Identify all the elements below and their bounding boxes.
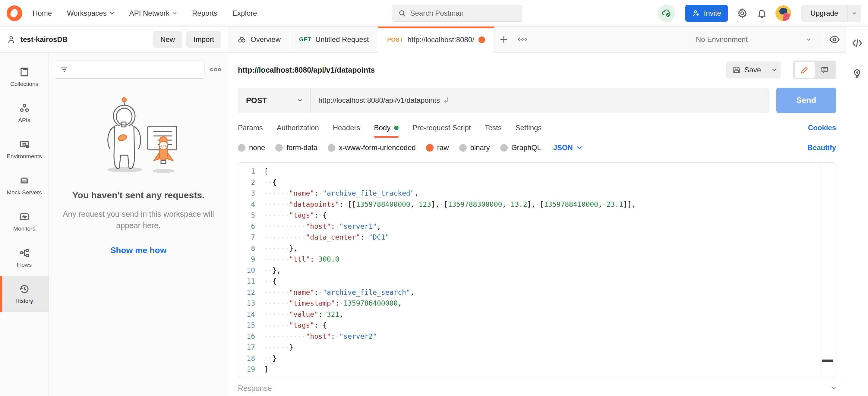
line-number: 5 bbox=[238, 211, 264, 219]
sidebar-item-history[interactable]: History bbox=[0, 276, 49, 312]
sync-status-icon[interactable] bbox=[657, 4, 675, 22]
save-label: Save bbox=[744, 66, 761, 74]
tab-post-request[interactable]: POST http://localhost:8080/ bbox=[378, 27, 494, 53]
method-selector[interactable]: POST bbox=[238, 88, 311, 113]
code-line: 17······} bbox=[238, 342, 836, 353]
save-button[interactable]: Save bbox=[726, 62, 767, 78]
code-line: 16··········"host":·"server2" bbox=[238, 331, 836, 342]
body-mode-raw[interactable]: raw bbox=[426, 143, 449, 152]
response-section-header[interactable]: Response bbox=[228, 380, 846, 396]
request-tab-body[interactable]: Body bbox=[374, 118, 399, 138]
line-number: 20 bbox=[238, 376, 264, 377]
sidebar: test-kairosDB New Import CollectionsAPIs… bbox=[0, 27, 228, 396]
new-tab-button[interactable] bbox=[494, 27, 513, 53]
radio-icon bbox=[426, 144, 434, 152]
show-me-how-link[interactable]: Show me how bbox=[110, 245, 167, 255]
line-number: 18 bbox=[238, 354, 264, 362]
monitors-icon bbox=[19, 211, 30, 222]
upgrade-button[interactable]: Upgrade bbox=[801, 5, 847, 22]
chevron-down-icon[interactable] bbox=[806, 37, 811, 42]
line-number: 15 bbox=[238, 321, 264, 329]
svg-text:</>: </> bbox=[160, 144, 167, 148]
body-mode-label: none bbox=[249, 143, 265, 152]
url-input[interactable]: http://localhost:8080/api/v1/datapoints … bbox=[311, 96, 457, 105]
save-dropdown-button[interactable] bbox=[767, 62, 781, 78]
language-selector[interactable]: JSON bbox=[553, 143, 583, 152]
url-bar: POST http://localhost:8080/api/v1/datapo… bbox=[228, 88, 846, 113]
main-area: Overview GET Untitled Request POST http:… bbox=[228, 27, 868, 396]
editor-scrollbar-thumb[interactable] bbox=[822, 360, 833, 362]
code-icon bbox=[851, 37, 863, 49]
chevron-down-icon[interactable] bbox=[831, 386, 836, 391]
notifications-button[interactable] bbox=[757, 8, 767, 19]
tab-options-button[interactable] bbox=[513, 27, 532, 53]
sidebar-item-mock-servers[interactable]: Mock Servers bbox=[0, 167, 49, 203]
nav-explore-label: Explore bbox=[232, 9, 257, 18]
request-tab-authorization[interactable]: Authorization bbox=[277, 118, 319, 138]
new-button[interactable]: New bbox=[153, 31, 182, 47]
body-mode-graphql[interactable]: GraphQL bbox=[500, 143, 541, 152]
code-content: ······"tags":·{ bbox=[264, 321, 327, 329]
tab-get-request[interactable]: GET Untitled Request bbox=[290, 27, 378, 53]
search-icon bbox=[398, 9, 406, 17]
sidebar-item-apis[interactable]: APIs bbox=[0, 95, 49, 131]
sidebar-item-collections[interactable]: Collections bbox=[0, 59, 49, 95]
body-mode-binary[interactable]: binary bbox=[459, 143, 490, 152]
body-mode-label: GraphQL bbox=[512, 143, 541, 152]
user-avatar[interactable] bbox=[775, 5, 791, 21]
code-editor[interactable]: 1[2··{3······"name":·"archive_file_track… bbox=[238, 162, 836, 377]
plus-icon bbox=[499, 35, 508, 44]
history-filter-input[interactable] bbox=[55, 61, 205, 79]
invite-button[interactable]: Invite bbox=[685, 5, 728, 22]
save-icon bbox=[732, 66, 741, 74]
bootcamp-button[interactable] bbox=[851, 67, 863, 79]
top-nav: Home Workspaces API Network Reports Expl… bbox=[0, 0, 868, 27]
sidebar-item-flows[interactable]: Flows bbox=[0, 240, 49, 276]
code-line: 20 bbox=[238, 375, 836, 377]
code-content: ··{ bbox=[264, 277, 277, 285]
line-number: 7 bbox=[238, 233, 264, 241]
code-line: 11··{ bbox=[238, 276, 836, 287]
upgrade-dropdown-button[interactable] bbox=[847, 5, 861, 22]
workspace-switcher[interactable]: test-kairosDB bbox=[7, 35, 67, 44]
postman-logo[interactable] bbox=[7, 5, 22, 21]
body-mode-label: binary bbox=[470, 143, 490, 152]
comments-button[interactable] bbox=[815, 62, 835, 78]
request-tab-headers[interactable]: Headers bbox=[333, 118, 360, 138]
body-mode-x-www-form-urlencoded[interactable]: x-www-form-urlencoded bbox=[328, 143, 416, 152]
request-tab-settings[interactable]: Settings bbox=[516, 118, 542, 138]
more-options-icon bbox=[517, 37, 528, 42]
tab-overview[interactable]: Overview bbox=[228, 27, 290, 53]
more-options-icon[interactable] bbox=[209, 67, 222, 73]
request-tab-pre-request-script[interactable]: Pre-request Script bbox=[412, 118, 471, 138]
nav-workspaces[interactable]: Workspaces bbox=[67, 9, 114, 18]
search-input[interactable]: Search Postman bbox=[393, 5, 522, 22]
environment-quick-look-button[interactable] bbox=[823, 27, 846, 53]
beautify-link[interactable]: Beautify bbox=[807, 143, 836, 152]
nav-api-network[interactable]: API Network bbox=[129, 9, 177, 18]
sidebar-item-environments[interactable]: Environments bbox=[0, 131, 49, 167]
code-content: ······"value":·321, bbox=[264, 310, 343, 318]
nav-home-label: Home bbox=[33, 9, 52, 18]
cookies-link[interactable]: Cookies bbox=[808, 124, 836, 132]
nav-explore[interactable]: Explore bbox=[232, 9, 257, 18]
nav-home[interactable]: Home bbox=[33, 9, 52, 18]
request-tab-tests[interactable]: Tests bbox=[485, 118, 502, 138]
line-number: 3 bbox=[238, 189, 264, 197]
code-line: 9······"ttl":·300.0 bbox=[238, 254, 836, 265]
settings-button[interactable] bbox=[737, 8, 748, 19]
body-mode-none[interactable]: none bbox=[238, 143, 265, 152]
code-snippet-button[interactable] bbox=[851, 37, 863, 49]
history-empty-state: </> You haven't sent any requests. Any r… bbox=[49, 82, 228, 396]
sidebar-item-monitors[interactable]: Monitors bbox=[0, 203, 49, 240]
environment-dropdown[interactable]: No Environment bbox=[696, 35, 806, 44]
request-tab-label: Headers bbox=[333, 124, 360, 132]
import-button[interactable]: Import bbox=[186, 31, 221, 47]
line-number: 12 bbox=[238, 288, 264, 296]
request-tab-params[interactable]: Params bbox=[238, 118, 263, 138]
nav-reports[interactable]: Reports bbox=[192, 9, 217, 18]
send-button[interactable]: Send bbox=[776, 88, 836, 113]
body-mode-form-data[interactable]: form-data bbox=[275, 143, 317, 152]
edit-mode-button[interactable] bbox=[795, 62, 815, 78]
bell-icon bbox=[757, 8, 767, 19]
